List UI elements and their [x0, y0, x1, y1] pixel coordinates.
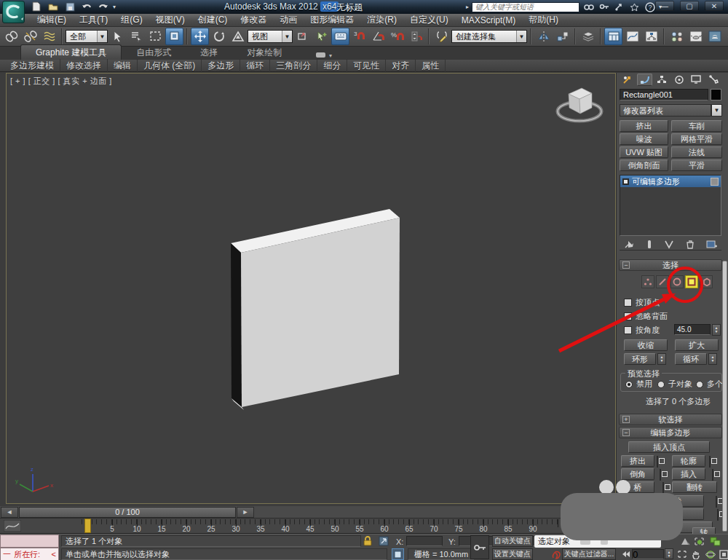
modifier-button-meshsmooth[interactable]: 网格平滑 — [671, 133, 722, 145]
bevel-button[interactable]: 倒角 — [621, 468, 654, 480]
bind-to-space-warp-icon[interactable] — [40, 28, 58, 45]
ribbon-panel-5[interactable]: 循环 — [240, 59, 270, 73]
absolute-offset-toggle-icon[interactable] — [377, 535, 389, 547]
ribbon-minimize-icon[interactable]: ▾ — [315, 51, 333, 58]
stack-visibility-icon[interactable] — [711, 178, 719, 186]
go-to-start-icon[interactable] — [619, 548, 631, 560]
menu-item-2[interactable]: 组(G) — [114, 14, 149, 26]
menu-item-3[interactable]: 视图(V) — [149, 14, 191, 26]
ribbon-panel-2[interactable]: 编辑 — [108, 59, 138, 73]
redo-button[interactable] — [96, 1, 111, 12]
object-color-swatch[interactable] — [711, 89, 721, 100]
subobject-border-icon[interactable] — [670, 275, 684, 288]
menu-item-1[interactable]: 工具(T) — [73, 14, 114, 26]
zoom-extents-icon[interactable] — [693, 535, 705, 547]
new-file-button[interactable] — [29, 1, 44, 12]
ribbon-tab-object-paint[interactable]: 对象绘制 — [232, 45, 296, 60]
menu-item-8[interactable]: 渲染(R) — [360, 14, 403, 26]
rollout-soft-selection-header[interactable]: + 软选择 — [619, 414, 722, 425]
previous-frame-button[interactable]: ◄ — [1, 507, 18, 518]
isolate-selection-icon[interactable] — [678, 535, 691, 547]
modify-tab-icon[interactable] — [637, 74, 653, 86]
select-by-name-icon[interactable] — [127, 28, 146, 45]
time-slider-marker[interactable] — [84, 518, 91, 533]
window-crossing-toggle-icon[interactable] — [165, 28, 183, 45]
flip-button[interactable]: 翻转 — [672, 481, 717, 493]
ribbon-tab-graphite[interactable]: Graphite 建模工具 — [20, 44, 122, 60]
percent-snap-toggle-icon[interactable]: % — [388, 28, 406, 45]
by-vertex-checkbox[interactable] — [624, 299, 632, 307]
rendered-frame-window-icon[interactable] — [705, 28, 724, 45]
loop-button[interactable]: 循环 — [675, 353, 707, 365]
select-object-icon[interactable] — [108, 28, 127, 45]
outline-button[interactable]: 轮廓 — [672, 455, 705, 467]
x-coordinate-field[interactable] — [406, 536, 443, 546]
bevel-settings-icon[interactable] — [660, 469, 661, 481]
reference-coordinate-dropdown[interactable]: 视图▼ — [248, 30, 293, 43]
modifier-button-lathe[interactable]: 车削 — [671, 120, 722, 132]
subscription-key-icon[interactable] — [598, 1, 610, 12]
ribbon-tab-freeform[interactable]: 自由形式 — [122, 45, 186, 60]
extrude-settings-icon[interactable] — [657, 456, 658, 468]
menu-item-6[interactable]: 动画 — [273, 14, 304, 26]
minimize-button[interactable]: — — [655, 1, 674, 11]
layer-manager-icon[interactable] — [579, 28, 597, 45]
curve-editor-icon[interactable] — [623, 28, 641, 45]
selection-lock-icon[interactable] — [361, 535, 373, 547]
key-filters-button[interactable]: 关键点过滤器... — [562, 548, 616, 560]
preview-disabled-radio[interactable] — [625, 381, 633, 388]
shrink-button[interactable]: 收缩 — [624, 339, 668, 351]
time-slider[interactable]: 0 / 100 — [19, 507, 236, 518]
current-frame-field[interactable] — [632, 549, 664, 559]
close-button[interactable]: ✕ — [705, 1, 724, 11]
auto-key-button[interactable]: 自动关键点 — [492, 535, 533, 547]
viewport[interactable]: [ + ] [ 正交 ] [ 真实 + 边面 ] z y x — [6, 73, 616, 504]
ribbon-panel-4[interactable]: 多边形 — [202, 59, 240, 73]
search-input[interactable] — [472, 2, 579, 12]
ignore-backfacing-checkbox[interactable] — [624, 312, 632, 320]
insert-vertex-button[interactable]: 插入顶点 — [628, 441, 710, 453]
by-angle-checkbox[interactable] — [624, 326, 632, 334]
select-and-move-icon[interactable] — [191, 28, 209, 45]
render-setup-icon[interactable] — [687, 28, 705, 45]
add-time-tag-icon[interactable] — [392, 548, 404, 560]
extrude-button[interactable]: 挤出 — [621, 455, 654, 467]
select-and-scale-icon[interactable] — [229, 28, 247, 45]
ribbon-panel-0[interactable]: 多边形建模 — [4, 59, 60, 73]
edit-named-selection-sets-icon[interactable] — [432, 28, 451, 45]
loop-spinner[interactable]: ▲▼ — [708, 353, 717, 365]
inset-settings-icon[interactable] — [712, 469, 713, 481]
graphite-modeling-ribbon-toggle-icon[interactable] — [604, 28, 622, 45]
align-icon[interactable] — [553, 28, 571, 45]
preview-disabled-option[interactable]: 禁用 — [625, 379, 652, 390]
modifier-button-extrude[interactable]: 挤出 — [620, 120, 668, 132]
pin-stack-icon[interactable] — [624, 240, 635, 249]
ribbon-panel-1[interactable]: 修改选择 — [60, 59, 108, 73]
favorites-star-icon[interactable] — [628, 1, 641, 12]
object-name-field[interactable] — [620, 89, 708, 100]
ribbon-panel-10[interactable]: 属性 — [416, 59, 446, 73]
communication-center-icon[interactable] — [613, 1, 625, 12]
select-and-manipulate-icon[interactable] — [312, 28, 331, 45]
zoom-extents-all-icon[interactable] — [709, 535, 721, 547]
select-and-rotate-icon[interactable] — [210, 28, 228, 45]
utilities-tab-icon[interactable] — [705, 74, 721, 86]
make-unique-icon[interactable] — [664, 240, 674, 249]
select-and-link-icon[interactable] — [2, 28, 20, 45]
motion-tab-icon[interactable] — [671, 74, 687, 86]
menu-item-0[interactable]: 编辑(E) — [31, 14, 73, 26]
stack-item-editable-poly[interactable]: 可编辑多边形 — [620, 176, 721, 187]
stack-expand-icon[interactable] — [622, 178, 629, 185]
key-button[interactable] — [470, 535, 489, 559]
preview-multiple-option[interactable]: 多个 — [696, 379, 723, 390]
ribbon-tab-selection[interactable]: 选择 — [186, 45, 232, 60]
track-bar[interactable]: 051015202530354045505560657075808590 — [0, 518, 616, 534]
schematic-view-icon[interactable] — [642, 28, 660, 45]
modifier-button-noise[interactable]: 噪波 — [620, 133, 668, 145]
viewcube[interactable] — [554, 79, 605, 125]
ribbon-panel-6[interactable]: 三角剖分 — [270, 59, 317, 73]
menu-item-7[interactable]: 图形编辑器 — [304, 14, 360, 26]
undo-button[interactable] — [79, 1, 94, 12]
infocenter-arrow-icon[interactable]: ▸ — [466, 4, 469, 10]
ribbon-panel-7[interactable]: 细分 — [317, 59, 347, 73]
